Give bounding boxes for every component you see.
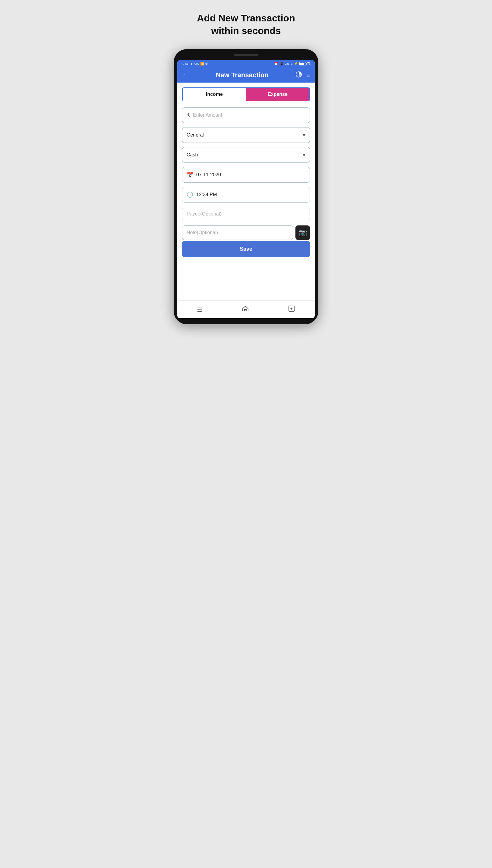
extra-icons: 📶 ψ	[200, 62, 208, 66]
payee-field[interactable]	[182, 207, 310, 221]
amount-field[interactable]: ₹	[182, 107, 310, 123]
payment-value: Cash	[187, 152, 198, 158]
hamburger-nav-icon[interactable]: ☰	[197, 306, 203, 313]
app-bar: ← New Transaction ≡	[177, 68, 315, 83]
back-button[interactable]: ←	[182, 72, 189, 78]
payment-field[interactable]: Cash ▾	[182, 147, 310, 163]
time-value: 12:34 PM	[196, 192, 305, 197]
income-tab[interactable]: Income	[183, 88, 246, 101]
battery-fill	[300, 63, 304, 65]
save-button[interactable]: Save	[182, 241, 310, 257]
alarm-icon: ⏰	[274, 62, 278, 66]
heading-line2: within seconds	[211, 25, 281, 36]
status-bar: G 4G 12:35 📶 ψ ⏰ 📳 VoLTE ⚡ 76	[177, 60, 315, 68]
camera-button[interactable]: 📷	[295, 225, 310, 240]
note-row: 📷	[182, 225, 310, 240]
phone-screen: G 4G 12:35 📶 ψ ⏰ 📳 VoLTE ⚡ 76 ← New Tran…	[177, 60, 315, 318]
date-field[interactable]: 📅 07-11-2020	[182, 167, 310, 183]
back-nav-icon[interactable]	[288, 305, 295, 314]
rupee-icon: ₹	[187, 112, 190, 119]
status-left: G 4G 12:35 📶 ψ	[181, 62, 208, 66]
clock-icon: 🕐	[187, 192, 193, 198]
category-chevron-icon: ▾	[303, 132, 305, 138]
vibrate-icon: 📳	[279, 62, 284, 66]
note-field[interactable]	[182, 225, 293, 240]
tab-toggle: Income Expense	[182, 87, 310, 101]
payment-chevron-icon: ▾	[303, 152, 305, 158]
payee-input[interactable]	[187, 211, 305, 217]
pie-chart-icon[interactable]	[295, 71, 302, 79]
page-heading: Add New Transaction within seconds	[197, 12, 295, 49]
phone-frame: G 4G 12:35 📶 ψ ⏰ 📳 VoLTE ⚡ 76 ← New Tran…	[174, 49, 318, 324]
home-nav-icon[interactable]	[242, 305, 249, 314]
battery-percent: 76	[307, 62, 311, 66]
nav-bar: ☰	[177, 301, 315, 318]
expense-tab[interactable]: Expense	[246, 88, 309, 101]
category-value: General	[187, 132, 204, 138]
app-bar-icons: ≡	[295, 71, 310, 79]
signal-text: G 4G	[181, 62, 189, 66]
category-field[interactable]: General ▾	[182, 127, 310, 143]
time-text: 12:35	[191, 62, 199, 66]
main-content: Income Expense ₹ General ▾ Cash ▾ 📅 07	[177, 83, 315, 264]
amount-input[interactable]	[193, 112, 305, 118]
status-right: ⏰ 📳 VoLTE ⚡ 76	[274, 62, 311, 66]
menu-icon[interactable]: ≡	[306, 72, 310, 79]
phone-speaker	[234, 54, 258, 56]
note-input[interactable]	[187, 230, 289, 235]
time-field[interactable]: 🕐 12:34 PM	[182, 187, 310, 203]
volte-icon: VoLTE	[285, 62, 293, 66]
app-bar-title: New Transaction	[192, 71, 292, 79]
bolt-icon: ⚡	[294, 62, 298, 66]
battery-icon	[299, 62, 306, 66]
date-value: 07-11-2020	[196, 172, 305, 178]
camera-icon: 📷	[299, 229, 307, 237]
heading-line1: Add New Transaction	[197, 12, 295, 24]
bottom-space	[177, 264, 315, 301]
calendar-icon: 📅	[187, 172, 193, 178]
